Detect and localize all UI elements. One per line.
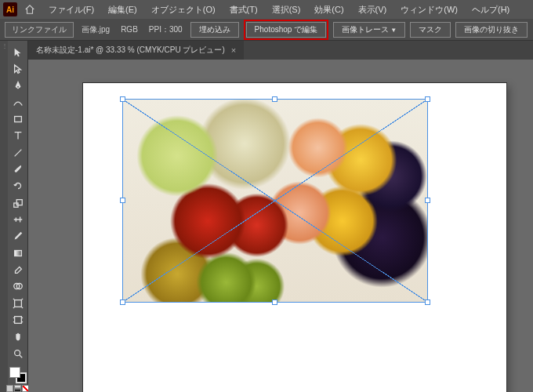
eraser-tool-icon[interactable] bbox=[9, 261, 27, 278]
embed-button[interactable]: 埋め込み bbox=[190, 22, 239, 38]
pen-tool-icon[interactable] bbox=[9, 78, 27, 94]
svg-point-8 bbox=[14, 350, 20, 355]
menu-window[interactable]: ウィンドウ(W) bbox=[394, 2, 464, 18]
rectangle-tool-icon[interactable] bbox=[9, 111, 27, 127]
color-mode: RGB bbox=[118, 25, 141, 34]
crop-image-button[interactable]: 画像の切り抜き bbox=[455, 22, 528, 38]
linked-filename: 画像.jpg bbox=[78, 24, 113, 35]
placed-image-selection[interactable] bbox=[122, 99, 428, 303]
menu-bar: Ai ファイル(F) 編集(E) オブジェクト(O) 書式(T) 選択(S) 効… bbox=[0, 0, 533, 19]
app-icon: Ai bbox=[3, 2, 17, 16]
gradient-tool-icon[interactable] bbox=[9, 245, 27, 261]
ppi-readout: PPI：300 bbox=[146, 24, 186, 35]
eyedropper-tool-icon[interactable] bbox=[9, 228, 27, 245]
placed-image bbox=[122, 99, 428, 303]
shape-builder-tool-icon[interactable] bbox=[9, 278, 27, 295]
line-tool-icon[interactable] bbox=[9, 144, 27, 161]
menu-effect[interactable]: 効果(C) bbox=[308, 2, 350, 18]
document-tab-label: 名称未設定-1.ai* @ 33.33 % (CMYK/CPU プレビュー) bbox=[36, 45, 225, 56]
rotate-tool-icon[interactable] bbox=[9, 178, 27, 194]
selection-tool-icon[interactable] bbox=[9, 44, 27, 60]
main-area: ⋮ 名称未設定-1.ai bbox=[0, 41, 533, 392]
close-icon[interactable]: × bbox=[231, 45, 236, 55]
svg-rect-6 bbox=[14, 299, 21, 307]
fill-stroke-swatches[interactable] bbox=[9, 367, 27, 383]
scale-tool-icon[interactable] bbox=[9, 194, 27, 211]
paintbrush-tool-icon[interactable] bbox=[9, 161, 27, 177]
width-tool-icon[interactable] bbox=[9, 211, 27, 227]
document-tab-bar: 名称未設定-1.ai* @ 33.33 % (CMYK/CPU プレビュー) × bbox=[28, 41, 533, 60]
control-bar: リンクファイル 画像.jpg RGB PPI：300 埋め込み Photosho… bbox=[0, 19, 533, 41]
artboard-tool-icon[interactable] bbox=[9, 312, 27, 328]
menu-edit[interactable]: 編集(E) bbox=[102, 2, 143, 18]
canvas-viewport[interactable] bbox=[28, 60, 533, 392]
menu-file[interactable]: ファイル(F) bbox=[42, 2, 100, 18]
svg-rect-0 bbox=[14, 117, 21, 122]
fill-swatch[interactable] bbox=[9, 367, 20, 378]
mask-button[interactable]: マスク bbox=[410, 22, 451, 38]
free-transform-tool-icon[interactable] bbox=[9, 295, 27, 311]
direct-selection-tool-icon[interactable] bbox=[9, 60, 27, 77]
menu-select[interactable]: 選択(S) bbox=[266, 2, 307, 18]
svg-rect-3 bbox=[14, 250, 21, 256]
menu-object[interactable]: オブジェクト(O) bbox=[145, 2, 222, 18]
svg-rect-7 bbox=[14, 317, 21, 324]
home-icon[interactable] bbox=[24, 3, 36, 16]
panel-dock-strip: ⋮ bbox=[0, 41, 8, 392]
tool-panel bbox=[8, 41, 28, 392]
chevron-down-icon: ▼ bbox=[390, 27, 397, 34]
document-tab[interactable]: 名称未設定-1.ai* @ 33.33 % (CMYK/CPU プレビュー) × bbox=[28, 41, 244, 60]
menu-type[interactable]: 書式(T) bbox=[223, 2, 264, 18]
menu-view[interactable]: 表示(V) bbox=[352, 2, 393, 18]
image-trace-button[interactable]: 画像トレース▼ bbox=[333, 22, 405, 38]
highlight-annotation: Photoshop で編集 bbox=[244, 20, 329, 40]
type-tool-icon[interactable] bbox=[9, 128, 27, 144]
menu-help[interactable]: ヘルプ(H) bbox=[466, 2, 516, 18]
hand-tool-icon[interactable] bbox=[9, 328, 27, 345]
image-trace-label: 画像トレース bbox=[342, 25, 389, 34]
curvature-tool-icon[interactable] bbox=[9, 94, 27, 111]
link-file-label[interactable]: リンクファイル bbox=[5, 22, 74, 38]
svg-rect-2 bbox=[16, 199, 22, 205]
edit-in-photoshop-button[interactable]: Photoshop で編集 bbox=[246, 22, 327, 38]
canvas-area: 名称未設定-1.ai* @ 33.33 % (CMYK/CPU プレビュー) × bbox=[28, 41, 533, 392]
zoom-tool-icon[interactable] bbox=[9, 345, 27, 361]
color-mode-swatches[interactable] bbox=[6, 385, 29, 392]
